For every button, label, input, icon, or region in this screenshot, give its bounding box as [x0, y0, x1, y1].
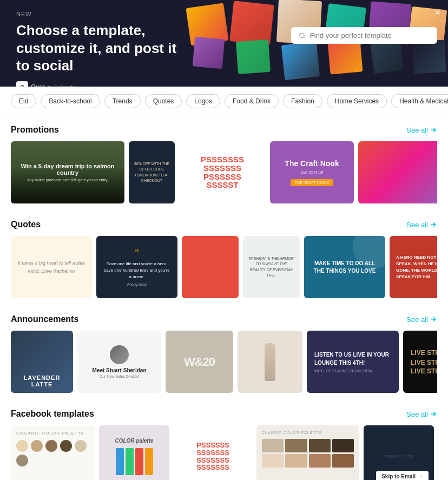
quotes-see-all[interactable]: See all — [406, 221, 437, 229]
quotes-title: Quotes — [11, 220, 41, 229]
promo-discount-text: 30% OFF WITH THE OFFER CODE TOMORROW TO … — [133, 161, 170, 184]
quote-rachel-text: It takes a big heart to tell a little wo… — [17, 259, 85, 275]
header-title: Choose a template, customize it, and pos… — [16, 22, 189, 75]
brand-text: Over — [31, 83, 45, 87]
fb-card-sletters[interactable]: PSSSSSS SSSSSSS SSSSSSS SSSSSSS — [174, 425, 252, 480]
announcements-row: LAVENDER LATTE Meet Stuart Sheridan Our … — [11, 331, 437, 395]
fb-card-organic[interactable]: Organic Color Palette — [11, 425, 95, 480]
brand-sub: by GoDaddy — [48, 84, 75, 87]
facebook-section: Facebook templates See all Organic Color… — [0, 400, 448, 480]
category-quotes[interactable]: Quotes — [145, 94, 182, 108]
search-icon — [299, 32, 306, 40]
category-home-services[interactable]: Home Services — [327, 94, 387, 108]
ann-listen-text: LISTEN TO US LIVE IN YOUR LOUNGE THIS 4T… — [314, 351, 391, 367]
promo-card-letters[interactable]: PSSSSSSS SSSSSSS PSSSSSS SSSSST — [179, 141, 266, 203]
ann-latte-title: LAVENDER LATTE — [16, 374, 68, 387]
svg-point-0 — [300, 33, 305, 38]
promo-card-colorful[interactable] — [358, 141, 437, 203]
promo-letter-2: SSSSSSS — [201, 164, 244, 173]
ann-stuart-name: Meet Stuart Sheridan — [92, 367, 146, 373]
announcements-see-all[interactable]: See all — [406, 315, 437, 324]
close-button[interactable]: × — [434, 8, 440, 17]
category-back-to-school[interactable]: Back-to-school — [41, 94, 100, 108]
over-logo: ⊙ — [16, 81, 28, 87]
quote-card-red[interactable] — [182, 236, 239, 298]
facebook-title: Facebook templates — [11, 409, 94, 419]
promo-card-trip[interactable]: Win a 5-day dream trip to salmon country… — [11, 141, 124, 203]
fb-letter-2: SSSSSSS — [196, 449, 229, 457]
quotes-header: Quotes See all — [11, 220, 437, 229]
ann-livestream-text: LIVE STREAMING — [411, 349, 437, 358]
quote-card-rachel[interactable]: It takes a big heart to tell a little wo… — [11, 236, 92, 298]
promo-letter-1: PSSSSSSS — [201, 155, 244, 164]
fb-organic-title: Organic Color Palette — [16, 431, 84, 436]
facebook-header: Facebook templates See all — [11, 409, 437, 419]
promotions-see-all[interactable]: See all — [406, 126, 437, 134]
promo-card-craft[interactable]: The Craft Nook Get 25% off THE CRAFT NOO… — [270, 141, 354, 203]
fb-letter-4: SSSSSSS — [196, 464, 229, 471]
category-food-drink[interactable]: Food & Drink — [225, 94, 279, 108]
category-trends[interactable]: Trends — [104, 94, 141, 108]
search-input[interactable] — [310, 31, 430, 40]
fb-card-skip[interactable]: TEMPLATE Skip to Email → — [364, 425, 434, 480]
skip-email-button[interactable]: Skip to Email → — [376, 471, 429, 480]
ann-w20-text: W&20 — [184, 355, 215, 369]
promotions-title: Promotions — [11, 125, 59, 135]
quote-card-hero[interactable]: A HERO NEED NOT SPEAK. WHEN HE IS GONE, … — [390, 236, 437, 298]
arrow-right-icon-4 — [430, 410, 437, 418]
ann-listen-sub: WE'LL BE PLAYING FROM 12PM — [314, 369, 372, 373]
facebook-see-all[interactable]: See all — [406, 410, 437, 418]
promo-trip-title: Win a 5-day dream trip to salmon country — [21, 163, 115, 176]
ann-card-listen-live[interactable]: LISTEN TO US LIVE IN YOUR LOUNGE THIS 4T… — [307, 331, 399, 393]
quote-hero-text: A HERO NEED NOT SPEAK. WHEN HE IS GONE, … — [396, 254, 437, 280]
category-logos[interactable]: Logos — [186, 94, 220, 108]
craft-sub: Get 25% off — [300, 170, 323, 175]
fb-color-title: COLOR palette — [115, 438, 153, 444]
svg-line-1 — [304, 37, 305, 38]
ann-card-stuart[interactable]: Meet Stuart Sheridan Our New Sales Direc… — [77, 331, 161, 393]
arrow-right-icon-2 — [430, 221, 437, 228]
header-section: NEW Choose a template, customize it, and… — [0, 0, 448, 87]
promo-trip-sub: Any online purchase over $50 gets you an… — [21, 178, 115, 182]
quote-card-maketime[interactable]: MAKE TIME TO DO ALL THE THINGS YOU LOVE — [304, 236, 385, 298]
quotes-section: Quotes See all It takes a big heart to t… — [0, 211, 448, 306]
ann-stuart-role: Our New Sales Director — [100, 374, 140, 378]
quote-card-nurse[interactable]: " Save one life and you're a hero, save … — [96, 236, 177, 298]
search-bar[interactable] — [291, 27, 437, 44]
ann-card-latte[interactable]: LAVENDER LATTE — [11, 331, 73, 393]
promotions-section: Promotions See all Win a 5-day dream tri… — [0, 116, 448, 211]
promo-letter-4: SSSSST — [201, 181, 244, 189]
announcements-section: Announcements See all LAVENDER LATTE Mee… — [0, 306, 448, 400]
fb-card-classic[interactable]: CLASSIC COLOR PALETTE — [256, 425, 359, 480]
promotions-row: Win a 5-day dream trip to salmon country… — [11, 141, 437, 206]
craft-title: The Craft Nook — [285, 159, 339, 168]
fb-classic-title: CLASSIC COLOR PALETTE — [262, 431, 321, 435]
ann-card-lotion[interactable] — [238, 331, 302, 393]
category-fashion[interactable]: Fashion — [283, 94, 322, 108]
fb-letter-1: PSSSSSS — [196, 442, 229, 449]
arrow-right-icon — [430, 126, 437, 134]
promo-card-discount[interactable]: 30% OFF WITH THE OFFER CODE TOMORROW TO … — [129, 141, 175, 203]
new-badge: NEW — [16, 11, 189, 17]
promo-letter-3: PSSSSSS — [201, 173, 244, 181]
ann-card-livestream[interactable]: LIVE STREAMING LIVE STREAMING LIVE STREA… — [403, 331, 437, 393]
facebook-row: Organic Color Palette COLOR palette — [11, 425, 437, 480]
categories-bar: Eid Back-to-school Trends Quotes Logos F… — [0, 87, 448, 116]
arrow-right-icon-3 — [430, 315, 437, 323]
craft-btn: THE CRAFT NOOK! — [291, 179, 334, 186]
announcements-header: Announcements See all — [11, 314, 437, 324]
category-eid[interactable]: Eid — [11, 94, 36, 108]
fb-card-color[interactable]: COLOR palette — [99, 425, 169, 480]
quote-nurse-attr: Anonymous — [127, 282, 147, 286]
quotes-row: It takes a big heart to tell a little wo… — [11, 236, 437, 300]
header-brand: ⊙ Over by GoDaddy — [16, 81, 189, 87]
ann-card-w20[interactable]: W&20 — [166, 331, 233, 393]
header-content: NEW Choose a template, customize it, and… — [16, 11, 189, 87]
quote-card-fashion[interactable]: FASHION IS THE ARMOR TO SURVIVE THE REAL… — [243, 236, 300, 298]
fb-letter-3: SSSSSSS — [196, 457, 229, 464]
quote-nurse-text: Save one life and you're a hero, save on… — [103, 261, 171, 280]
quote-fashion-text: FASHION IS THE ARMOR TO SURVIVE THE REAL… — [248, 256, 294, 279]
announcements-title: Announcements — [11, 314, 78, 324]
category-health-medical[interactable]: Health & Medical — [391, 94, 448, 108]
promotions-header: Promotions See all — [11, 125, 437, 135]
